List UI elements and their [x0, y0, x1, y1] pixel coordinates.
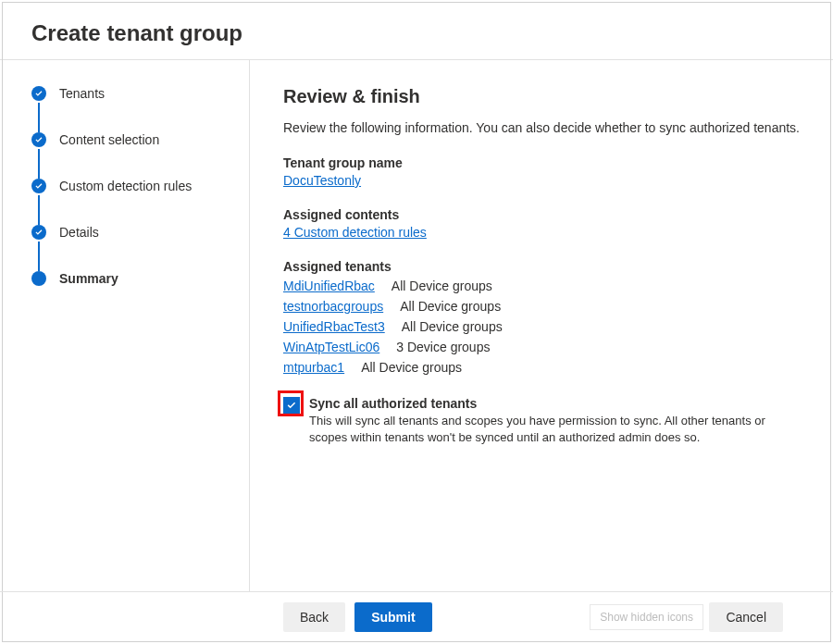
step-check-icon	[31, 179, 46, 193]
tenant-scope: All Device groups	[361, 360, 462, 375]
sync-checkbox[interactable]	[283, 397, 300, 414]
step-current-dot-icon	[31, 271, 46, 286]
review-panel: Review & finish Review the following inf…	[250, 60, 833, 591]
show-hidden-icons-button[interactable]: Show hidden icons	[590, 604, 703, 630]
sync-checkbox-sub: This will sync all tenants and scopes yo…	[309, 413, 790, 446]
tenant-link[interactable]: WinAtpTestLic06	[283, 337, 379, 357]
back-button[interactable]: Back	[283, 602, 345, 632]
tenant-group-name-block: Tenant group name DocuTestonly	[283, 155, 805, 189]
tenant-row: mtpurbac1All Device groups	[283, 357, 805, 378]
wizard-body: TenantsContent selectionCustom detection…	[0, 60, 833, 591]
tenant-scope: All Device groups	[392, 279, 492, 293]
sync-checkbox-text: Sync all authorized tenants This will sy…	[309, 396, 790, 446]
wizard-steps-nav: TenantsContent selectionCustom detection…	[0, 60, 250, 591]
wizard-step-label: Details	[59, 225, 99, 240]
submit-button[interactable]: Submit	[354, 602, 431, 632]
assigned-contents-link[interactable]: 4 Custom detection rules	[283, 225, 427, 240]
wizard-step-label: Tenants	[59, 86, 105, 101]
wizard-step-summary[interactable]: Summary	[31, 271, 232, 286]
tenant-scope: All Device groups	[402, 319, 503, 334]
tenant-group-name-link[interactable]: DocuTestonly	[283, 173, 361, 188]
assigned-contents-block: Assigned contents 4 Custom detection rul…	[283, 207, 805, 241]
tenant-link[interactable]: MdiUnifiedRbac	[283, 276, 375, 296]
tenant-group-name-label: Tenant group name	[283, 155, 805, 170]
tenant-link[interactable]: UnifiedRbacTest3	[283, 316, 385, 337]
wizard-step-content-selection[interactable]: Content selection	[31, 132, 232, 179]
cancel-button[interactable]: Cancel	[709, 602, 783, 632]
review-description: Review the following information. You ca…	[283, 120, 805, 135]
tenant-row: WinAtpTestLic063 Device groups	[283, 337, 805, 357]
tenant-row: MdiUnifiedRbacAll Device groups	[283, 276, 805, 296]
tenant-scope: 3 Device groups	[396, 340, 490, 354]
wizard-step-custom-detection-rules[interactable]: Custom detection rules	[31, 179, 232, 225]
check-icon	[286, 400, 297, 411]
assigned-contents-label: Assigned contents	[283, 207, 805, 222]
assigned-tenants-block: Assigned tenants MdiUnifiedRbacAll Devic…	[283, 259, 805, 378]
page-title: Create tenant group	[0, 0, 833, 60]
step-check-icon	[31, 86, 46, 101]
wizard-step-label: Content selection	[59, 132, 159, 147]
wizard-step-tenants[interactable]: Tenants	[31, 86, 232, 132]
wizard-step-label: Summary	[59, 271, 118, 286]
review-heading: Review & finish	[283, 86, 805, 107]
step-check-icon	[31, 132, 46, 147]
sync-checkbox-row: Sync all authorized tenants This will sy…	[283, 396, 805, 446]
wizard-step-details[interactable]: Details	[31, 225, 232, 271]
assigned-tenants-label: Assigned tenants	[283, 259, 805, 274]
wizard-footer: Back Submit Show hidden icons Cancel	[0, 591, 833, 641]
tenant-link[interactable]: mtpurbac1	[283, 357, 344, 378]
sync-checkbox-title: Sync all authorized tenants	[309, 396, 790, 411]
tenant-scope: All Device groups	[400, 299, 501, 314]
tenant-row: UnifiedRbacTest3All Device groups	[283, 316, 805, 337]
step-check-icon	[31, 225, 46, 240]
tenant-row: testnorbacgroupsAll Device groups	[283, 296, 805, 316]
wizard-step-label: Custom detection rules	[59, 179, 192, 193]
tenant-link[interactable]: testnorbacgroups	[283, 296, 383, 316]
